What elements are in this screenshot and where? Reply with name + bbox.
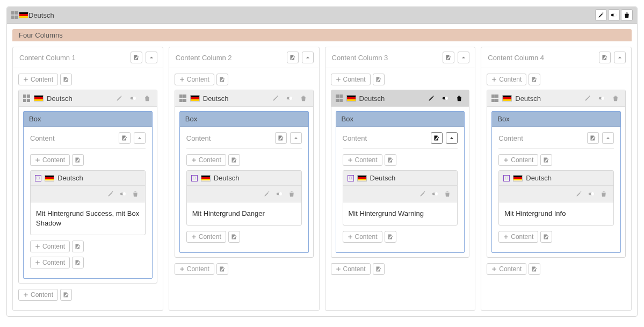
lang-card-header: Deutsch [331, 90, 469, 107]
column-collapse-button[interactable] [146, 52, 157, 63]
flag-germany-icon [357, 175, 367, 181]
delete-button[interactable] [610, 93, 621, 103]
add-content-options-button[interactable] [529, 74, 540, 85]
add-content-button[interactable]: Content [18, 74, 58, 85]
add-content-options-button[interactable] [216, 74, 228, 85]
column-doc-button[interactable] [287, 52, 299, 63]
add-content-button[interactable]: Content [331, 263, 371, 275]
edit-button[interactable] [426, 93, 437, 103]
add-content-options-button[interactable] [72, 257, 84, 268]
add-content-button[interactable]: Content [30, 241, 70, 252]
column-collapse-button[interactable] [614, 52, 626, 63]
text-icon: □ [191, 175, 198, 181]
add-content-button[interactable]: Content [18, 289, 58, 301]
add-content-options-button[interactable] [228, 154, 240, 166]
add-content-options-button[interactable] [216, 263, 228, 275]
toggle-button[interactable] [128, 93, 139, 103]
add-content-button[interactable]: Content [487, 263, 526, 275]
lang-label: Deutsch [203, 95, 229, 103]
add-content-options-button[interactable] [373, 263, 385, 275]
delete-button[interactable] [454, 93, 465, 103]
delete-button[interactable] [298, 93, 309, 103]
add-content-button[interactable]: Content [175, 74, 214, 85]
delete-button[interactable] [142, 93, 153, 103]
toggle-button[interactable] [430, 189, 440, 199]
add-content-options-button[interactable] [60, 74, 72, 85]
lang-card-body: Box Content Content □ [19, 107, 157, 283]
add-content-options-button[interactable] [540, 231, 552, 243]
add-content-label: Content [355, 233, 378, 241]
toggle-button[interactable] [440, 93, 451, 103]
column-doc-button[interactable] [599, 52, 611, 63]
add-content-options-button[interactable] [385, 231, 396, 243]
flag-germany-icon [513, 175, 523, 181]
toggle-button[interactable] [118, 189, 128, 199]
add-content-options-button[interactable] [228, 231, 240, 243]
edit-button[interactable] [582, 93, 593, 103]
column-doc-button[interactable] [443, 52, 454, 63]
column-collapse-button[interactable] [302, 52, 314, 63]
lang-label: Deutsch [515, 95, 541, 103]
box-collapse-button[interactable] [602, 132, 614, 144]
add-content-button[interactable]: Content [175, 263, 214, 275]
box-doc-button[interactable] [587, 132, 599, 144]
text-block-tools [343, 186, 458, 202]
toggle-button[interactable] [586, 189, 597, 199]
grid-icon [11, 11, 19, 19]
edit-button[interactable] [417, 189, 428, 199]
delete-button[interactable] [130, 189, 141, 199]
add-content-label: Content [499, 265, 522, 273]
flag-germany-icon [346, 95, 356, 101]
edit-button[interactable] [595, 9, 607, 21]
column-doc-button[interactable] [131, 52, 142, 63]
add-content-button[interactable]: Content [498, 231, 538, 243]
box-collapse-button[interactable] [446, 132, 458, 144]
delete-button[interactable] [442, 189, 453, 199]
add-content-options-button[interactable] [72, 241, 84, 252]
add-content-button[interactable]: Content [30, 257, 70, 268]
edit-button[interactable] [262, 189, 272, 199]
toggle-button[interactable] [596, 93, 607, 103]
add-content-options-button[interactable] [60, 289, 72, 301]
text-block-content: Mit Hintergrund Danger [187, 202, 301, 225]
topbar-title: Deutsch [28, 11, 54, 19]
lang-card: Deutsch Box Content [18, 90, 157, 284]
edit-button[interactable] [270, 93, 281, 103]
add-content-button[interactable]: Content [186, 154, 226, 166]
delete-button[interactable] [598, 189, 609, 199]
add-content-options-button[interactable] [72, 154, 84, 166]
add-content-button[interactable]: Content [498, 154, 538, 166]
box-doc-button[interactable] [431, 132, 443, 144]
edit-button[interactable] [105, 189, 116, 199]
toggle-button[interactable] [608, 9, 620, 21]
add-content-options-button[interactable] [540, 154, 552, 166]
text-block-header: □ Deutsch [343, 171, 458, 186]
edit-button[interactable] [574, 189, 584, 199]
delete-button[interactable] [286, 189, 297, 199]
box-collapse-button[interactable] [290, 132, 302, 144]
box-doc-button[interactable] [119, 132, 131, 144]
column-collapse-button[interactable] [458, 52, 469, 63]
box-doc-button[interactable] [275, 132, 287, 144]
box-collapse-button[interactable] [134, 132, 146, 144]
add-content-button[interactable]: Content [487, 74, 526, 85]
add-content-options-button[interactable] [373, 74, 385, 85]
flag-germany-icon [19, 12, 28, 18]
toggle-button[interactable] [274, 189, 285, 199]
grid-icon [491, 95, 499, 102]
delete-button[interactable] [621, 9, 633, 21]
toggle-button[interactable] [284, 93, 295, 103]
add-content-button[interactable]: Content [331, 74, 371, 85]
add-content-button[interactable]: Content [186, 231, 226, 243]
add-content-button[interactable]: Content [343, 154, 382, 166]
lang-label: Deutsch [47, 95, 73, 103]
edit-button[interactable] [114, 93, 125, 103]
text-block-tools [187, 186, 301, 202]
box-header: Box [24, 112, 152, 127]
add-content-options-button[interactable] [385, 154, 396, 166]
add-content-button[interactable]: Content [343, 231, 382, 243]
add-content-button[interactable]: Content [30, 154, 70, 166]
add-content-options-button[interactable] [529, 263, 540, 275]
text-block-header: □ Deutsch [31, 171, 145, 186]
grid-icon [336, 95, 343, 102]
